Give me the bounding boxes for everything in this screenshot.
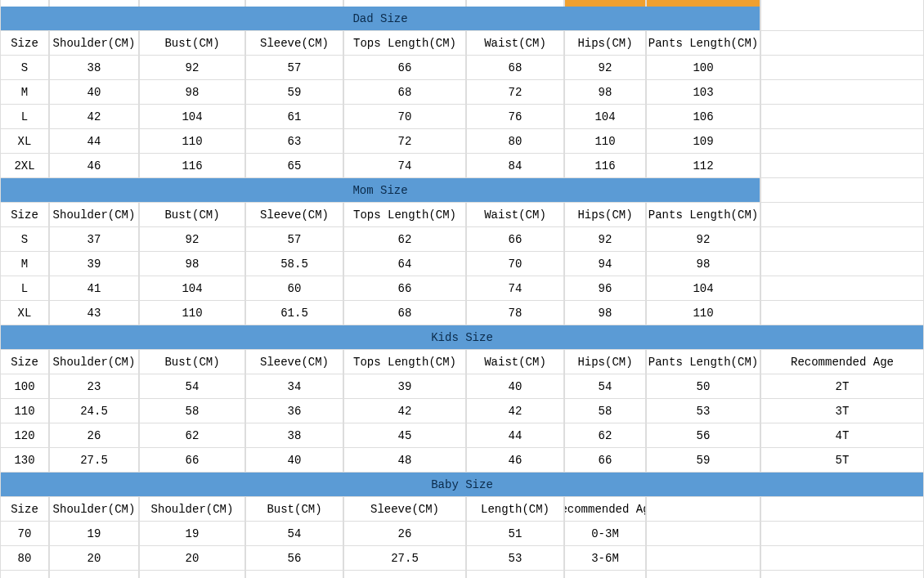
baby-section-title: Baby Size (0, 473, 924, 497)
data-cell: M (0, 80, 49, 105)
col-header: Shoulder(CM) (49, 31, 139, 56)
col-header: Recommended Age (760, 350, 924, 374)
data-cell: 26 (49, 423, 139, 448)
table-row: L42104617076104106 (0, 105, 924, 129)
data-cell: 104 (646, 276, 760, 301)
col-header: Sleeve(CM) (343, 497, 466, 522)
empty-cell (760, 7, 924, 31)
data-cell: 54 (564, 374, 646, 399)
data-cell: 66 (139, 448, 245, 473)
data-cell: 39 (343, 374, 466, 399)
data-cell: 74 (343, 154, 466, 178)
data-cell: 66 (343, 276, 466, 301)
data-cell: 66 (343, 56, 466, 80)
data-cell: 48 (343, 448, 466, 473)
data-cell: 58 (139, 399, 245, 423)
data-cell: 76 (466, 105, 564, 129)
col-header: Pants Length(CM) (646, 350, 760, 374)
table-row: M399858.564709498 (0, 252, 924, 276)
col-header: Bust(CM) (139, 203, 245, 227)
data-cell: 41 (49, 276, 139, 301)
empty-cell (760, 571, 924, 578)
data-cell: 70 (0, 522, 49, 546)
col-header: Shoulder(CM) (49, 350, 139, 374)
data-cell: M (0, 252, 49, 276)
col-header: Pants Length(CM) (646, 31, 760, 56)
col-header: Size (0, 31, 49, 56)
data-cell: 43 (49, 301, 139, 325)
data-cell: 58 (564, 399, 646, 423)
empty-cell (760, 154, 924, 178)
data-cell: 62 (139, 423, 245, 448)
table-row: 7019195426510-3M (0, 522, 924, 546)
data-cell: 92 (646, 227, 760, 252)
data-cell: S (0, 56, 49, 80)
data-cell: 92 (139, 227, 245, 252)
kids-headers-row: Size Shoulder(CM) Bust(CM) Sleeve(CM) To… (0, 350, 924, 374)
col-header: Length(CM) (466, 497, 564, 522)
data-cell: 53 (646, 399, 760, 423)
data-cell: 50 (646, 374, 760, 399)
data-cell: 90 (0, 571, 49, 578)
data-cell: 42 (343, 399, 466, 423)
top-row-fragment (0, 0, 924, 7)
empty-cell (760, 178, 924, 203)
table-row: 2XL46116657484116112 (0, 154, 924, 178)
col-header: Hips(CM) (564, 31, 646, 56)
col-header: Waist(CM) (466, 203, 564, 227)
data-cell: 42 (49, 105, 139, 129)
col-header: Waist(CM) (466, 31, 564, 56)
empty-cell (646, 571, 760, 578)
data-cell: 100 (0, 374, 49, 399)
data-cell: 3T (760, 399, 924, 423)
data-cell: 2T (760, 374, 924, 399)
data-cell: 98 (564, 80, 646, 105)
baby-section-title-row: Baby Size (0, 473, 924, 497)
empty-cell (760, 203, 924, 227)
data-cell: 56 (245, 546, 343, 571)
col-header: Size (0, 350, 49, 374)
data-cell: 110 (646, 301, 760, 325)
empty-cell (760, 227, 924, 252)
col-header: Hips(CM) (564, 203, 646, 227)
mom-section-title-row: Mom Size (0, 178, 924, 203)
data-cell: 54 (245, 522, 343, 546)
data-cell: XL (0, 129, 49, 154)
col-header: Sleeve(CM) (245, 350, 343, 374)
col-header: Shoulder(CM) (49, 497, 139, 522)
empty-cell (760, 497, 924, 522)
table-row: S37925762669292 (0, 227, 924, 252)
table-row: XL4311061.5687898110 (0, 301, 924, 325)
data-cell: 116 (564, 154, 646, 178)
data-cell: 6-9M (564, 571, 646, 578)
data-cell: 110 (564, 129, 646, 154)
data-cell: 104 (139, 105, 245, 129)
data-cell: 72 (466, 80, 564, 105)
data-cell: 66 (564, 448, 646, 473)
data-cell: 100 (646, 56, 760, 80)
col-header: Bust(CM) (139, 31, 245, 56)
empty-cell (646, 546, 760, 571)
col-header: Tops Length(CM) (343, 350, 466, 374)
data-cell: 110 (139, 129, 245, 154)
data-cell: 84 (466, 154, 564, 178)
empty-cell (760, 80, 924, 105)
empty-cell (760, 252, 924, 276)
kids-section-title: Kids Size (0, 325, 924, 350)
data-cell: 46 (466, 448, 564, 473)
data-cell: 53 (466, 546, 564, 571)
data-cell: 29 (343, 571, 466, 578)
data-cell: 4T (760, 423, 924, 448)
baby-headers-row: Size Shoulder(CM) Shoulder(CM) Bust(CM) … (0, 497, 924, 522)
col-header: Recommended Age (564, 497, 646, 522)
empty-cell (646, 497, 760, 522)
table-row: 9021215829586-9M (0, 571, 924, 578)
data-cell: 110 (0, 399, 49, 423)
data-cell: 74 (466, 276, 564, 301)
data-cell: 72 (343, 129, 466, 154)
data-cell: 65 (245, 154, 343, 178)
size-chart-spreadsheet: Dad Size Size Shoulder(CM) Bust(CM) Slee… (0, 0, 924, 578)
table-row: M409859687298103 (0, 80, 924, 105)
data-cell: 39 (49, 252, 139, 276)
data-cell: 21 (139, 571, 245, 578)
